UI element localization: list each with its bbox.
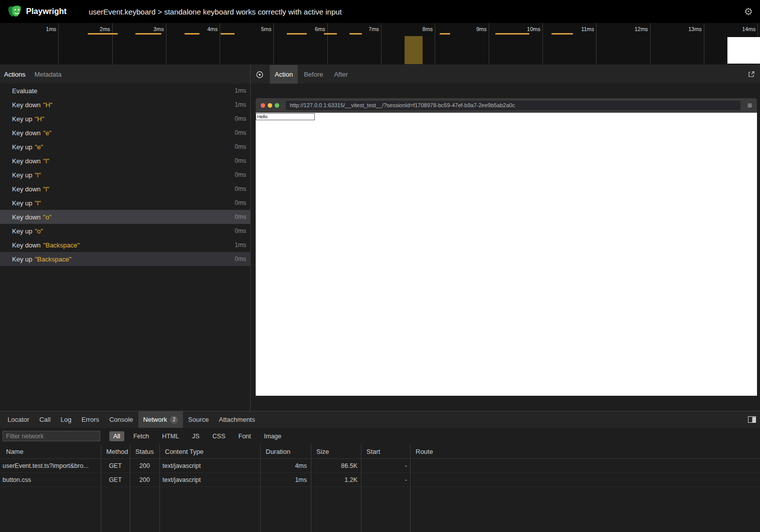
action-key-value: "H" — [43, 101, 53, 109]
network-row[interactable]: button.cssGET200text/javascript1ms1.2K- — [0, 473, 760, 487]
snapshot-browser: http://127.0.0.1:63315/__vitest_test__/?… — [256, 98, 757, 396]
action-key-value: "e" — [43, 129, 51, 137]
filter-chip-font[interactable]: Font — [235, 431, 255, 441]
panel-layout-icon[interactable] — [748, 416, 756, 423]
bottom-tab-attachments[interactable]: Attachments — [214, 411, 260, 428]
network-rows: userEvent.test.ts?import&bro...GET200tex… — [0, 459, 760, 487]
bottom-tab-network[interactable]: Network2 — [138, 411, 183, 428]
test-title: userEvent.keyboard > standalone keyboard… — [89, 8, 342, 16]
action-duration: 0ms — [235, 115, 246, 122]
action-row[interactable]: Key down"e"0ms — [0, 126, 250, 140]
column-header-start: Start — [361, 444, 410, 458]
action-key-value: "e" — [35, 143, 43, 151]
tab-metadata[interactable]: Metadata — [35, 71, 62, 78]
action-row[interactable]: Key up"e"0ms — [0, 140, 250, 154]
action-row[interactable]: Key down"l"0ms — [0, 154, 250, 168]
column-divider — [311, 444, 311, 532]
timeline-column[interactable]: 1ms — [5, 23, 59, 65]
timeline-column[interactable]: 7ms — [328, 23, 382, 65]
timeline-column[interactable]: 9ms — [435, 23, 489, 65]
timeline-label: 11ms — [581, 26, 594, 32]
browser-chrome: http://127.0.0.1:63315/__vitest_test__/?… — [256, 98, 757, 113]
column-header-size: Size — [311, 444, 361, 458]
menu-icon: ≡ — [747, 102, 752, 110]
cell-route — [410, 459, 760, 472]
filter-chip-all[interactable]: All — [109, 431, 124, 441]
action-key-value: "Backspace" — [35, 255, 71, 263]
network-row[interactable]: userEvent.test.ts?import&bro...GET200tex… — [0, 459, 760, 473]
page-text-input[interactable] — [256, 113, 315, 120]
action-row[interactable]: Key up"l"0ms — [0, 168, 250, 182]
timeline-action-tick — [184, 33, 200, 35]
timeline-action-tick — [324, 33, 337, 35]
network-header-row: NameMethodStatusContent TypeDurationSize… — [0, 444, 760, 459]
action-duration: 0ms — [235, 227, 246, 234]
filter-chip-fetch[interactable]: Fetch — [129, 431, 153, 441]
tab-label: Attachments — [219, 416, 255, 423]
timeline-label: 12ms — [635, 26, 648, 32]
timeline-action-tick — [135, 33, 161, 35]
timeline-label: 14ms — [742, 26, 755, 32]
tab-before[interactable]: Before — [299, 65, 328, 84]
action-row[interactable]: Key up"o"0ms — [0, 224, 250, 238]
action-duration: 1ms — [235, 87, 246, 94]
timeline-column[interactable]: 11ms — [543, 23, 597, 65]
action-row[interactable]: Evaluate1ms — [0, 84, 250, 98]
column-header-content_type: Content Type — [159, 444, 260, 458]
action-title: Key down — [12, 101, 41, 109]
filter-chip-image[interactable]: Image — [260, 431, 286, 441]
bottom-tab-log[interactable]: Log — [56, 411, 77, 428]
app-title: Playwright — [26, 7, 67, 16]
tab-label: Network — [143, 416, 167, 423]
action-row[interactable]: Key up"H"0ms — [0, 112, 250, 126]
timeline-label: 1ms — [46, 26, 57, 32]
timeline-column[interactable]: 2ms — [59, 23, 112, 65]
timeline-column[interactable]: 12ms — [597, 23, 650, 65]
tab-actions[interactable]: Actions — [4, 71, 26, 78]
timeline-column[interactable]: 6ms — [274, 23, 327, 65]
url-bar: http://127.0.0.1:63315/__vitest_test__/?… — [286, 101, 740, 110]
tab-label: Locator — [8, 416, 29, 423]
pick-locator-icon[interactable] — [256, 71, 264, 79]
timeline-thumbnail — [727, 37, 760, 64]
settings-gear-icon[interactable]: ⚙ — [744, 7, 753, 17]
action-row[interactable]: Key up"Backspace"0ms — [0, 252, 250, 266]
action-row[interactable]: Key up"l"0ms — [0, 196, 250, 210]
timeline-column[interactable]: 4ms — [166, 23, 220, 65]
action-row[interactable]: Key down"o"0ms — [0, 210, 250, 224]
action-title: Key down — [12, 213, 41, 221]
action-row[interactable]: Key down"H"1ms — [0, 98, 250, 112]
timeline-action-tick — [287, 33, 307, 35]
timeline-label: 9ms — [476, 26, 487, 32]
timeline-column[interactable]: 5ms — [220, 23, 274, 65]
cell-size: 86.5K — [311, 459, 361, 472]
bottom-tab-console[interactable]: Console — [104, 411, 138, 428]
action-duration: 1ms — [235, 101, 246, 108]
traffic-light-green-icon — [275, 103, 279, 108]
tab-action[interactable]: Action — [270, 65, 298, 84]
action-row[interactable]: Key down"Backspace"1ms — [0, 238, 250, 252]
open-external-icon[interactable] — [748, 71, 755, 78]
network-filter-input[interactable] — [3, 431, 100, 441]
timeline[interactable]: 1ms2ms3ms4ms5ms6ms7ms8ms9ms10ms11ms12ms1… — [0, 23, 760, 65]
tab-after[interactable]: After — [329, 65, 352, 84]
action-key-value: "Backspace" — [43, 241, 80, 249]
timeline-label: 10ms — [527, 26, 540, 32]
timeline-column[interactable]: 10ms — [489, 23, 543, 65]
bottom-tab-call[interactable]: Call — [34, 411, 55, 428]
timeline-action-tick — [495, 33, 529, 35]
bottom-tab-locator[interactable]: Locator — [3, 411, 34, 428]
action-key-value: "l" — [35, 171, 41, 179]
bottom-tab-errors[interactable]: Errors — [76, 411, 104, 428]
timeline-column[interactable]: 3ms — [113, 23, 166, 65]
column-divider — [260, 444, 261, 532]
timeline-label: 4ms — [207, 26, 218, 32]
bottom-tab-source[interactable]: Source — [183, 411, 214, 428]
timeline-column[interactable]: 13ms — [651, 23, 704, 65]
filter-chip-js[interactable]: JS — [188, 431, 204, 441]
action-row[interactable]: Key down"l"0ms — [0, 182, 250, 196]
filter-chip-html[interactable]: HTML — [158, 431, 183, 441]
cell-status: 200 — [130, 459, 159, 472]
timeline-selection[interactable] — [405, 36, 423, 64]
filter-chip-css[interactable]: CSS — [209, 431, 230, 441]
